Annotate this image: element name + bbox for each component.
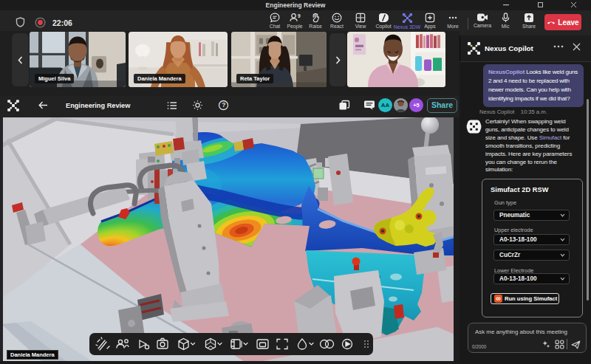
svg-text:?: ? bbox=[222, 101, 225, 109]
